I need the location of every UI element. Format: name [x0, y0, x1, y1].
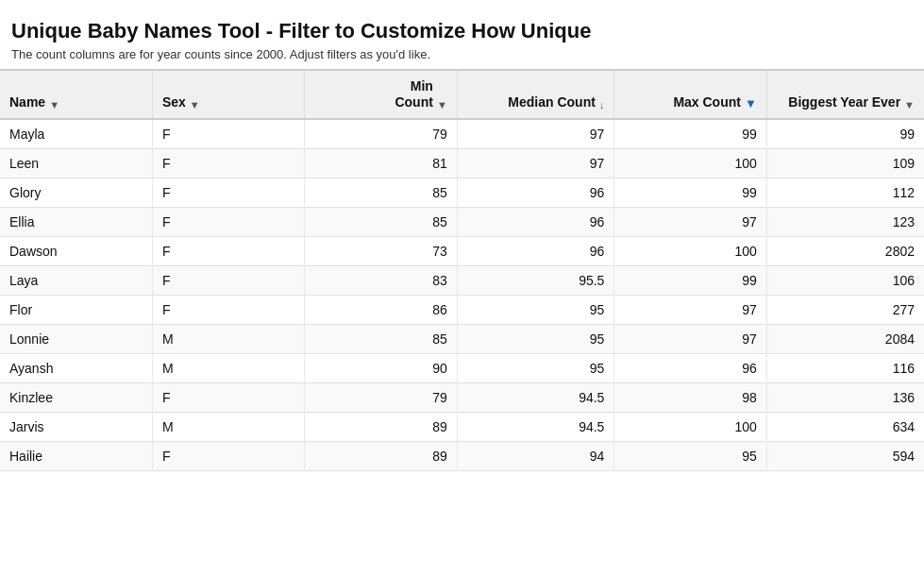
page-wrapper: Unique Baby Names Tool - Filter to Custo…	[0, 0, 924, 471]
col-header-bigyear[interactable]: Biggest Year Ever ▼	[766, 70, 924, 119]
cell-mincount: 79	[305, 382, 457, 412]
sort-icon-medcount: ↓	[599, 99, 605, 110]
cell-maxcount: 98	[614, 382, 766, 412]
col-label-name: Name	[9, 94, 45, 110]
table-row: LeenF8197100109	[0, 148, 924, 178]
cell-name: Ellia	[0, 207, 152, 236]
cell-bigyear: 109	[766, 148, 924, 178]
cell-mincount: 81	[305, 148, 457, 178]
page-subtitle: The count columns are for year counts si…	[0, 47, 924, 69]
cell-name: Flor	[0, 295, 152, 324]
cell-sex: M	[152, 324, 304, 353]
cell-sex: F	[152, 119, 304, 149]
cell-mincount: 89	[305, 412, 457, 441]
cell-name: Kinzlee	[0, 382, 152, 412]
sort-icon-mincount: ▼	[437, 99, 447, 110]
table-row: DawsonF73961002802	[0, 236, 924, 265]
cell-bigyear: 634	[766, 412, 924, 441]
cell-sex: F	[152, 441, 304, 470]
table-row: LayaF8395.599106	[0, 265, 924, 295]
sort-icon-sex: ▼	[190, 99, 200, 110]
cell-name: Leen	[0, 148, 152, 178]
cell-sex: F	[152, 236, 304, 265]
cell-sex: F	[152, 148, 304, 178]
cell-maxcount: 100	[614, 148, 766, 178]
cell-name: Hailie	[0, 441, 152, 470]
cell-sex: F	[152, 265, 304, 295]
cell-name: Laya	[0, 265, 152, 295]
cell-mincount: 85	[305, 207, 457, 236]
table-row: KinzleeF7994.598136	[0, 382, 924, 412]
cell-mincount: 89	[305, 441, 457, 470]
cell-medcount: 95	[457, 353, 614, 382]
table-row: FlorF869597277	[0, 295, 924, 324]
cell-maxcount: 96	[614, 353, 766, 382]
names-table: Name ▼ Sex ▼ MinCount ▼	[0, 69, 924, 471]
table-row: HailieF899495594	[0, 441, 924, 470]
cell-medcount: 97	[457, 119, 614, 149]
col-header-medcount[interactable]: Median Count ↓	[457, 70, 614, 119]
table-container: Name ▼ Sex ▼ MinCount ▼	[0, 69, 924, 471]
cell-maxcount: 100	[614, 236, 766, 265]
cell-medcount: 94.5	[457, 382, 614, 412]
cell-medcount: 96	[457, 178, 614, 207]
cell-bigyear: 594	[766, 441, 924, 470]
col-label-mincount: MinCount	[395, 78, 432, 110]
cell-bigyear: 277	[766, 295, 924, 324]
cell-name: Dawson	[0, 236, 152, 265]
cell-medcount: 95	[457, 295, 614, 324]
page-title: Unique Baby Names Tool - Filter to Custo…	[0, 11, 924, 47]
table-row: LonnieM8595972084	[0, 324, 924, 353]
cell-maxcount: 99	[614, 265, 766, 295]
cell-name: Glory	[0, 178, 152, 207]
cell-bigyear: 112	[766, 178, 924, 207]
col-label-bigyear: Biggest Year Ever	[788, 94, 900, 110]
cell-mincount: 83	[305, 265, 457, 295]
cell-maxcount: 95	[614, 441, 766, 470]
cell-bigyear: 116	[766, 353, 924, 382]
table-row: GloryF859699112	[0, 178, 924, 207]
table-body: MaylaF79979999LeenF8197100109GloryF85969…	[0, 119, 924, 471]
col-header-maxcount[interactable]: Max Count ▼	[614, 70, 766, 119]
col-header-mincount[interactable]: MinCount ▼	[305, 70, 457, 119]
table-row: MaylaF79979999	[0, 119, 924, 149]
cell-bigyear: 99	[766, 119, 924, 149]
cell-medcount: 94.5	[457, 412, 614, 441]
cell-name: Mayla	[0, 119, 152, 149]
cell-medcount: 96	[457, 236, 614, 265]
cell-sex: F	[152, 295, 304, 324]
cell-bigyear: 2802	[766, 236, 924, 265]
cell-sex: M	[152, 412, 304, 441]
cell-maxcount: 99	[614, 119, 766, 149]
cell-mincount: 73	[305, 236, 457, 265]
cell-bigyear: 136	[766, 382, 924, 412]
cell-medcount: 95.5	[457, 265, 614, 295]
cell-mincount: 86	[305, 295, 457, 324]
cell-bigyear: 2084	[766, 324, 924, 353]
cell-mincount: 85	[305, 178, 457, 207]
cell-name: Ayansh	[0, 353, 152, 382]
cell-sex: F	[152, 178, 304, 207]
sort-icon-bigyear: ▼	[904, 99, 915, 110]
cell-medcount: 95	[457, 324, 614, 353]
sort-icon-name: ▼	[49, 99, 59, 110]
cell-bigyear: 123	[766, 207, 924, 236]
table-row: JarvisM8994.5100634	[0, 412, 924, 441]
cell-maxcount: 99	[614, 178, 766, 207]
cell-mincount: 85	[305, 324, 457, 353]
cell-medcount: 94	[457, 441, 614, 470]
cell-maxcount: 100	[614, 412, 766, 441]
filter-icon-maxcount: ▼	[745, 96, 757, 110]
cell-mincount: 90	[305, 353, 457, 382]
col-label-sex: Sex	[162, 94, 186, 110]
cell-medcount: 96	[457, 207, 614, 236]
col-label-maxcount: Max Count	[673, 94, 741, 110]
col-header-name[interactable]: Name ▼	[0, 70, 152, 119]
table-row: ElliaF859697123	[0, 207, 924, 236]
cell-sex: M	[152, 353, 304, 382]
cell-name: Jarvis	[0, 412, 152, 441]
cell-maxcount: 97	[614, 324, 766, 353]
table-row: AyanshM909596116	[0, 353, 924, 382]
cell-maxcount: 97	[614, 207, 766, 236]
col-header-sex[interactable]: Sex ▼	[152, 70, 304, 119]
